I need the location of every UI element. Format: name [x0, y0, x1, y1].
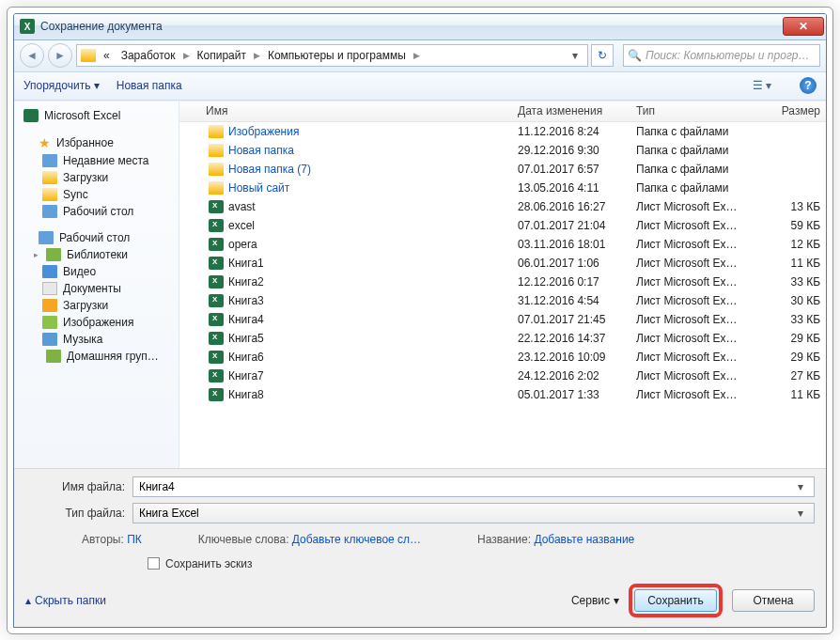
sidebar-downloads2[interactable]: Загрузки [14, 297, 179, 314]
sidebar-video[interactable]: Видео [14, 263, 179, 280]
sidebar-homegroup[interactable]: Домашняя груп… [14, 348, 179, 365]
bottom-panel: Имя файла: Книга4 ▾ Тип файла: Книга Exc… [14, 468, 826, 627]
tools-button[interactable]: Сервис ▾ [571, 594, 619, 607]
col-type[interactable]: Тип [630, 101, 753, 121]
file-size: 11 КБ [753, 385, 826, 404]
sidebar-desktop[interactable]: Рабочий стол [14, 203, 179, 220]
file-row[interactable]: Изображения11.12.2016 8:24Папка с файлам… [179, 122, 826, 141]
file-name: excel [228, 219, 255, 232]
help-icon[interactable]: ? [800, 77, 817, 94]
excel-icon [209, 219, 224, 232]
filetype-combo[interactable]: Книга Excel ▾ [132, 503, 815, 523]
title-value[interactable]: Добавьте название [534, 533, 634, 546]
file-row[interactable]: Книга724.12.2016 2:02Лист Microsoft Ex…2… [179, 367, 826, 385]
sidebar-downloads[interactable]: Загрузки [14, 169, 179, 186]
cancel-button[interactable]: Отмена [732, 589, 815, 612]
dropdown-icon[interactable]: ▾ [793, 480, 808, 493]
sidebar-excel[interactable]: Microsoft Excel [14, 107, 179, 124]
sidebar-images[interactable]: Изображения [14, 314, 179, 331]
dropdown-icon: ▾ [614, 594, 619, 607]
file-size [753, 160, 826, 179]
col-name[interactable]: Имя [179, 101, 512, 121]
file-row[interactable]: Новая папка (7)07.01.2017 6:57Папка с фа… [179, 160, 826, 179]
file-date: 13.05.2016 4:11 [512, 179, 630, 197]
file-type: Лист Microsoft Ex… [630, 216, 753, 235]
organize-button[interactable]: Упорядочить ▾ [23, 79, 100, 92]
file-type: Лист Microsoft Ex… [630, 291, 753, 310]
excel-icon [209, 332, 224, 345]
file-type: Лист Microsoft Ex… [630, 254, 753, 273]
col-date[interactable]: Дата изменения [512, 101, 630, 121]
excel-icon [209, 238, 224, 251]
excel-icon [209, 294, 224, 307]
thumbnail-label: Сохранить эскиз [165, 557, 253, 570]
file-row[interactable]: Книга805.01.2017 1:33Лист Microsoft Ex…1… [179, 385, 826, 404]
filetype-label: Тип файла: [25, 507, 132, 520]
file-name: Книга3 [228, 294, 264, 307]
file-row[interactable]: excel07.01.2017 21:04Лист Microsoft Ex…5… [179, 216, 826, 235]
excel-icon [209, 388, 224, 401]
col-size[interactable]: Размер [753, 101, 826, 121]
address-dropdown[interactable]: ▾ [567, 49, 583, 62]
file-row[interactable]: Книга407.01.2017 21:45Лист Microsoft Ex…… [179, 310, 826, 329]
file-row[interactable]: opera03.11.2016 18:01Лист Microsoft Ex…1… [179, 235, 826, 254]
file-size: 11 КБ [753, 254, 826, 273]
hide-folders-link[interactable]: ▴Скрыть папки [25, 594, 106, 607]
file-name: Новый сайт [228, 181, 289, 195]
file-type: Папка с файлами [630, 179, 753, 197]
excel-icon [209, 313, 224, 326]
file-row[interactable]: Книга106.01.2017 1:06Лист Microsoft Ex…1… [179, 254, 826, 273]
breadcrumb-1[interactable]: Заработок [117, 47, 179, 64]
file-row[interactable]: Книга522.12.2016 14:37Лист Microsoft Ex…… [179, 329, 826, 348]
filename-label: Имя файла: [25, 480, 132, 493]
folder-icon [209, 144, 224, 157]
sidebar-favorites[interactable]: ★Избранное [14, 133, 179, 152]
search-placeholder: Поиск: Компьютеры и прогр… [646, 49, 810, 62]
keywords-value[interactable]: Добавьте ключевое сл… [292, 533, 421, 546]
file-date: 07.01.2017 21:45 [512, 310, 630, 329]
authors-value[interactable]: ПК [127, 533, 142, 546]
file-date: 23.12.2016 10:09 [512, 348, 630, 367]
filename-input[interactable]: Книга4 ▾ [132, 476, 815, 497]
new-folder-button[interactable]: Новая папка [117, 79, 182, 92]
breadcrumb-3[interactable]: Компьютеры и программы [264, 47, 410, 64]
file-row[interactable]: Книга331.12.2016 4:54Лист Microsoft Ex…3… [179, 291, 826, 310]
file-row[interactable]: avast28.06.2016 16:27Лист Microsoft Ex…1… [179, 197, 826, 216]
dropdown-icon[interactable]: ▾ [793, 507, 808, 520]
file-row[interactable]: Книга623.12.2016 10:09Лист Microsoft Ex…… [179, 348, 826, 367]
file-name: Книга8 [228, 388, 264, 401]
excel-icon [209, 369, 224, 382]
app-icon: X [20, 19, 35, 34]
chevron-up-icon: ▴ [25, 594, 31, 607]
column-headers[interactable]: Имя Дата изменения Тип Размер [179, 101, 826, 122]
sidebar-documents[interactable]: Документы [14, 280, 179, 297]
sidebar-recent[interactable]: Недавние места [14, 152, 179, 169]
save-dialog: X Сохранение документа ✕ ◄ ► « Заработок… [13, 13, 827, 628]
sidebar-sync[interactable]: Sync [14, 186, 179, 203]
close-button[interactable]: ✕ [783, 17, 824, 36]
sidebar-libraries[interactable]: ▸Библиотеки [14, 246, 179, 263]
file-row[interactable]: Новая папка29.12.2016 9:30Папка с файлам… [179, 141, 826, 160]
view-button[interactable]: ☰ ▾ [753, 79, 771, 92]
sidebar-desktop2[interactable]: Рабочий стол [14, 229, 179, 246]
file-size: 59 КБ [753, 216, 826, 235]
sidebar-music[interactable]: Музыка [14, 331, 179, 348]
back-button[interactable]: ◄ [20, 43, 44, 68]
file-row[interactable]: Новый сайт13.05.2016 4:11Папка с файлами [179, 179, 826, 197]
forward-button[interactable]: ► [48, 43, 72, 68]
file-name: Книга7 [228, 369, 264, 382]
file-name: Книга1 [228, 257, 264, 270]
chevron-right-icon: ▶ [183, 51, 190, 60]
file-size [753, 179, 826, 197]
file-date: 03.11.2016 18:01 [512, 235, 630, 254]
refresh-button[interactable]: ↻ [591, 44, 614, 67]
thumbnail-checkbox[interactable] [148, 557, 160, 570]
file-row[interactable]: Книга212.12.2016 0:17Лист Microsoft Ex…3… [179, 273, 826, 291]
file-name: Новая папка (7) [228, 163, 311, 176]
search-input[interactable]: 🔍 Поиск: Компьютеры и прогр… [623, 44, 820, 67]
breadcrumb-2[interactable]: Копирайт [194, 47, 250, 64]
address-bar[interactable]: « Заработок ▶ Копирайт ▶ Компьютеры и пр… [76, 44, 588, 67]
file-type: Лист Microsoft Ex… [630, 197, 753, 216]
save-button[interactable]: Сохранить [634, 589, 717, 612]
titlebar[interactable]: X Сохранение документа ✕ [14, 14, 826, 40]
